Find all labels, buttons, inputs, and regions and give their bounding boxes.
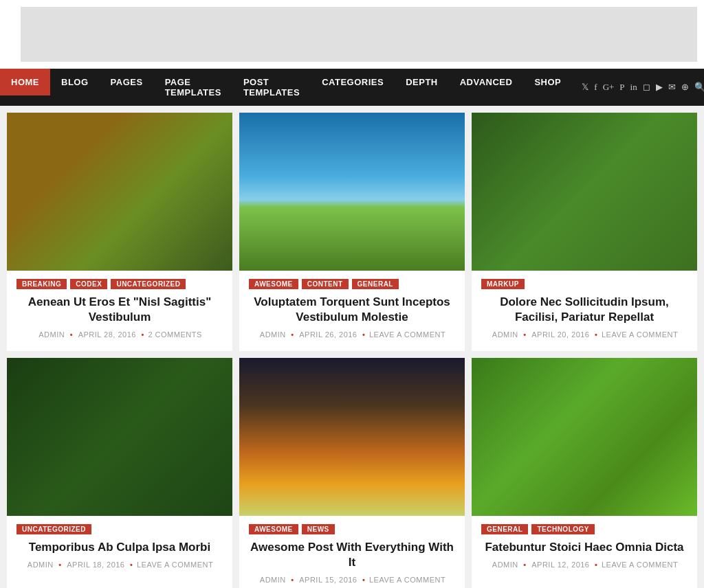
post-tag[interactable]: CODEX [70, 279, 107, 289]
post-meta-area: MARKUPDolore Nec Sollicitudin Ipsum, Fac… [472, 271, 697, 351]
nav-menu: HOME BLOG PAGES PAGE TEMPLATES POST TEMP… [0, 69, 572, 106]
post-tags: MARKUP [481, 279, 688, 289]
post-date: APRIL 26, 2016 [299, 330, 357, 339]
dot: • [70, 330, 73, 339]
dot: • [291, 576, 294, 584]
social-email[interactable]: ✉ [668, 82, 676, 93]
post-thumbnail [7, 358, 232, 516]
post-thumbnail [239, 358, 465, 516]
post-info: ADMIN • APRIL 28, 2016 • 2 COMMENTS [16, 330, 223, 347]
post-thumbnail [472, 113, 697, 271]
post-meta-area: AWESOMECONTENTGENERALVoluptatem Torquent… [239, 271, 465, 351]
dot: • [523, 330, 526, 339]
dot: • [523, 561, 526, 569]
post-comment-link[interactable]: LEAVE A COMMENT [369, 330, 446, 339]
posts-grid: BREAKINGCODEXUNCATEGORIZEDAenean Ut Eros… [7, 113, 697, 588]
post-tags: GENERALTECHNOLOGY [481, 524, 688, 534]
social-youtube[interactable]: ▶ [656, 82, 663, 93]
post-tags: AWESOMECONTENTGENERAL [249, 279, 455, 289]
social-facebook[interactable]: f [594, 82, 597, 93]
nav-item-categories[interactable]: CATEGORIES [311, 69, 395, 106]
post-tag[interactable]: AWESOME [249, 524, 298, 534]
post-tag[interactable]: MARKUP [481, 279, 525, 289]
post-tag[interactable]: NEWS [302, 524, 335, 534]
post-author: ADMIN [492, 561, 518, 569]
nav-item-blog[interactable]: BLOG [50, 69, 100, 106]
post-thumbnail [7, 113, 232, 271]
nav-item-pages[interactable]: PAGES [100, 69, 154, 106]
nav-item-depth[interactable]: DEPTH [395, 69, 449, 106]
nav-item-advanced[interactable]: ADVANCED [449, 69, 524, 106]
post-card: AWESOMENEWSAwesome Post With Everything … [239, 358, 465, 588]
nav-social: 𝕏 f G+ P in ◻ ▶ ✉ ⊕ 🔍 [572, 82, 704, 93]
post-author: ADMIN [492, 330, 518, 339]
post-info: ADMIN • APRIL 18, 2016 • LEAVE A COMMENT [16, 561, 223, 577]
post-tag[interactable]: UNCATEGORIZED [111, 279, 186, 289]
post-tag[interactable]: CONTENT [302, 279, 349, 289]
post-date: APRIL 28, 2016 [78, 330, 136, 339]
post-thumbnail [239, 113, 465, 271]
post-card: BREAKINGCODEXUNCATEGORIZEDAenean Ut Eros… [7, 113, 232, 351]
post-comment-link[interactable]: LEAVE A COMMENT [602, 330, 678, 339]
social-pinterest[interactable]: P [619, 82, 624, 93]
search-icon[interactable]: 🔍 [694, 82, 704, 93]
post-tag[interactable]: UNCATEGORIZED [16, 524, 91, 534]
site-header [0, 0, 704, 69]
post-date: APRIL 12, 2016 [531, 561, 589, 569]
dot: • [130, 561, 133, 569]
social-twitter[interactable]: 𝕏 [582, 82, 588, 93]
dot: • [362, 576, 365, 584]
post-card: UNCATEGORIZEDTemporibus Ab Culpa Ipsa Mo… [7, 358, 232, 588]
nav-item-page-templates[interactable]: PAGE TEMPLATES [154, 69, 232, 106]
post-meta-area: BREAKINGCODEXUNCATEGORIZEDAenean Ut Eros… [7, 271, 232, 351]
post-info: ADMIN • APRIL 26, 2016 • LEAVE A COMMENT [249, 330, 455, 347]
social-rss[interactable]: ⊕ [681, 82, 689, 93]
dot: • [58, 561, 61, 569]
post-comment-link[interactable]: LEAVE A COMMENT [602, 561, 678, 569]
post-title[interactable]: Fatebuntur Stoici Haec Omnia Dicta [481, 540, 688, 555]
post-tag[interactable]: GENERAL [481, 524, 528, 534]
post-info: ADMIN • APRIL 12, 2016 • LEAVE A COMMENT [481, 561, 688, 577]
post-card: MARKUPDolore Nec Sollicitudin Ipsum, Fac… [472, 113, 697, 351]
post-tag[interactable]: GENERAL [352, 279, 399, 289]
main-content: BREAKINGCODEXUNCATEGORIZEDAenean Ut Eros… [0, 106, 704, 588]
post-author: ADMIN [260, 576, 286, 584]
post-tag[interactable]: TECHNOLOGY [531, 524, 595, 534]
post-title[interactable]: Aenean Ut Eros Et "Nisl Sagittis" Vestib… [16, 295, 223, 325]
nav-item-post-templates[interactable]: POST TEMPLATES [232, 69, 311, 106]
post-card: AWESOMECONTENTGENERALVoluptatem Torquent… [239, 113, 465, 351]
post-thumbnail [472, 358, 697, 516]
post-meta-area: AWESOMENEWSAwesome Post With Everything … [239, 516, 465, 588]
post-author: ADMIN [260, 330, 286, 339]
post-comment-link[interactable]: 2 COMMENTS [148, 330, 201, 339]
post-title[interactable]: Voluptatem Torquent Sunt Inceptos Vestib… [249, 295, 455, 325]
post-title[interactable]: Dolore Nec Sollicitudin Ipsum, Facilisi,… [481, 295, 688, 325]
social-googleplus[interactable]: G+ [603, 82, 615, 93]
post-date: APRIL 20, 2016 [531, 330, 589, 339]
post-info: ADMIN • APRIL 20, 2016 • LEAVE A COMMENT [481, 330, 688, 347]
post-tags: BREAKINGCODEXUNCATEGORIZED [16, 279, 223, 289]
dot: • [595, 330, 597, 339]
post-date: APRIL 18, 2016 [67, 561, 124, 569]
post-title[interactable]: Temporibus Ab Culpa Ipsa Morbi [16, 540, 223, 555]
main-nav: HOME BLOG PAGES PAGE TEMPLATES POST TEMP… [0, 69, 704, 106]
post-tag[interactable]: BREAKING [16, 279, 67, 289]
dot: • [595, 561, 597, 569]
post-card: GENERALTECHNOLOGYFatebuntur Stoici Haec … [472, 358, 697, 588]
post-tags: AWESOMENEWS [249, 524, 455, 534]
post-info: ADMIN • APRIL 15, 2016 • LEAVE A COMMENT [249, 576, 455, 588]
post-comment-link[interactable]: LEAVE A COMMENT [137, 561, 213, 569]
post-meta-area: GENERALTECHNOLOGYFatebuntur Stoici Haec … [472, 516, 697, 581]
nav-item-shop[interactable]: SHOP [523, 69, 572, 106]
dot: • [291, 330, 294, 339]
leaderboard-ad [21, 7, 697, 62]
post-comment-link[interactable]: LEAVE A COMMENT [369, 576, 446, 584]
post-tag[interactable]: AWESOME [249, 279, 298, 289]
dot: • [142, 330, 144, 339]
dot: • [362, 330, 365, 339]
nav-item-home[interactable]: HOME [0, 69, 50, 106]
post-title[interactable]: Awesome Post With Everything With It [249, 540, 455, 570]
post-meta-area: UNCATEGORIZEDTemporibus Ab Culpa Ipsa Mo… [7, 516, 232, 581]
social-linkedin[interactable]: in [630, 82, 637, 93]
social-instagram[interactable]: ◻ [643, 82, 650, 93]
